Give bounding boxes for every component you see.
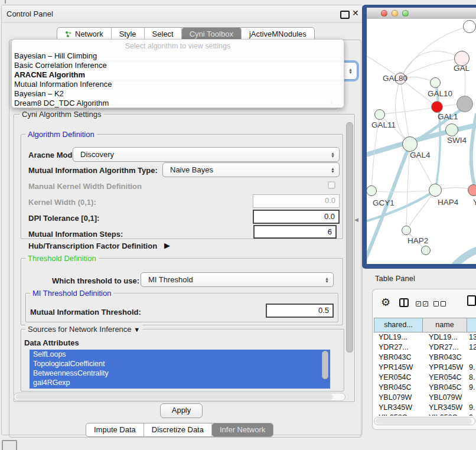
menu-item-bayesian-k2[interactable]: Bayesian – K2 <box>12 89 344 99</box>
table-row[interactable]: YBR045CYBR045C9. <box>374 383 476 393</box>
node-circle[interactable] <box>374 109 385 120</box>
aracne-mode-combobox[interactable]: Discovery ▲▼ <box>73 147 340 162</box>
file-icon[interactable] <box>467 295 476 306</box>
float-window-icon[interactable] <box>340 11 350 19</box>
apply-button[interactable]: Apply <box>160 403 203 418</box>
unchecked-box-icon <box>441 301 446 306</box>
data-attributes-list[interactable]: SelfLoops TopologicalCoefficient Between… <box>30 350 330 389</box>
node-circle[interactable] <box>430 77 441 88</box>
table-body[interactable]: YDL19...YDL19...13 YDR27...YDR27...12 YB… <box>374 332 476 416</box>
bottom-tab-bar: Impute Data Discretize Data Infer Networ… <box>86 423 273 437</box>
cell: YBL079W <box>374 393 423 403</box>
attribute-item-betweennesscentrality[interactable]: BetweennessCentrality <box>30 369 330 378</box>
menu-item-aracne[interactable]: ARACNE Algorithm <box>12 70 344 80</box>
table-row[interactable]: YBL079WYBL079W <box>374 393 476 403</box>
tab-network[interactable]: Network <box>57 28 112 40</box>
cell: 13 <box>467 332 476 343</box>
table-row[interactable]: YER054CYER054C8. <box>374 373 476 383</box>
mi-steps-field[interactable]: 6 <box>253 225 337 239</box>
cell: 8. <box>467 373 476 383</box>
collapse-down-icon[interactable]: ▼ <box>133 326 140 333</box>
menu-item-basic-correlation[interactable]: Basic Correlation Inference <box>12 61 344 70</box>
column-header-name[interactable]: name <box>423 318 467 332</box>
mi-threshold-field[interactable]: 0.5 <box>266 304 334 318</box>
tab-style[interactable]: Style <box>112 28 145 40</box>
table-row[interactable]: YLR345WYLR345W9. <box>374 403 476 413</box>
cell <box>467 353 476 363</box>
cell: 9. <box>467 383 476 393</box>
node-circle-gray[interactable] <box>457 96 473 112</box>
node-label-hap4: HAP4 <box>438 198 458 207</box>
column-header-shared-name[interactable]: shared... <box>374 318 423 332</box>
aracne-mode-value: Discovery <box>80 150 114 159</box>
node-circle[interactable] <box>429 184 442 197</box>
unchecked-box-icon <box>433 301 439 306</box>
tab-select[interactable]: Select <box>145 28 182 40</box>
tab-jactivemnodules[interactable]: jActiveMNodules <box>242 28 314 40</box>
table-row[interactable]: YPR145WYPR145W9. <box>374 363 476 373</box>
tab-discretize-data[interactable]: Discretize Data <box>144 423 212 436</box>
kernel-width-field[interactable]: 0.0 <box>253 194 340 208</box>
settings-group-title: Cyni Algorithm Settings <box>19 110 103 119</box>
tab-impute-data[interactable]: Impute Data <box>86 423 144 436</box>
manual-kernel-checkbox[interactable] <box>328 181 335 189</box>
settings-horizontal-scrollbar[interactable] <box>14 393 345 401</box>
table-row[interactable]: YDR27...YDR27...12 <box>374 343 476 353</box>
which-threshold-combobox[interactable]: MI Threshold ▲▼ <box>141 272 334 287</box>
table-header-row: shared... name <box>374 318 476 332</box>
close-panel-icon[interactable]: ✕ <box>352 8 359 18</box>
node-circle-salmon[interactable] <box>468 184 476 196</box>
tab-label: Impute Data <box>94 423 136 436</box>
minimize-traffic-light-icon[interactable] <box>392 10 398 17</box>
node-circle-red[interactable] <box>431 101 443 113</box>
control-panel-title: Control Panel <box>6 9 53 18</box>
cell: YIL052C <box>374 413 423 416</box>
cell: YLR345W <box>374 403 423 413</box>
menu-item-mutual-information[interactable]: Mutual Information Inference <box>12 80 344 89</box>
table-row[interactable]: YDL19...YDL19...13 <box>374 332 476 343</box>
dpi-tolerance-label: DPI Tolerance [0,1]: <box>28 214 99 223</box>
sources-group-title: Sources for Network Inference ▼ <box>25 325 142 334</box>
settings-vertical-scrollbar[interactable] <box>346 122 353 353</box>
attribute-item-gal4rgexp[interactable]: gal4RGexp <box>30 378 330 387</box>
attribute-item-topologicalcoefficient[interactable]: TopologicalCoefficient <box>30 359 330 369</box>
node-circle[interactable] <box>402 136 418 152</box>
zoom-traffic-light-icon[interactable] <box>402 10 409 17</box>
network-window-titlebar[interactable] <box>367 8 476 19</box>
network-canvas[interactable]: GAL GAL80 GAL10 GAL1 GAL11 SWI4 GAL4 GCY… <box>367 19 476 264</box>
expand-right-icon[interactable]: ▶ <box>164 241 170 250</box>
tab-cyni-toolbox[interactable]: Cyni Toolbox <box>182 28 242 40</box>
bottom-left-widget[interactable] <box>2 440 17 450</box>
node-label-gal4: GAL4 <box>410 151 431 159</box>
node-label-gal11: GAL11 <box>371 120 396 129</box>
panel-splitter-arrow[interactable]: ◀ <box>354 217 358 223</box>
node-circle[interactable] <box>402 226 411 235</box>
cell: YLR345W <box>423 403 467 413</box>
menu-item-dream8[interactable]: Dream8 DC_TDC Algorithm <box>12 99 344 108</box>
mi-type-combobox[interactable]: Naive Bayes ▲▼ <box>162 162 340 177</box>
cell: YBL079W <box>423 393 467 403</box>
node-label-swi4: SWI4 <box>447 136 467 145</box>
gear-icon[interactable]: ⚙ <box>381 296 390 309</box>
cell: 12 <box>467 343 476 353</box>
node-circle[interactable] <box>463 20 476 33</box>
attribute-item-selfloops[interactable]: SelfLoops <box>30 350 330 359</box>
node-circle[interactable] <box>445 123 458 136</box>
table-panel-title: Table Panel <box>375 274 415 283</box>
table-row[interactable]: YIL052CYIL052C9 <box>374 413 476 416</box>
close-traffic-light-icon[interactable] <box>381 10 387 17</box>
deselect-all-columns-icon[interactable] <box>433 301 446 306</box>
algorithm-dropdown-menu: Select algorithm to view settings Bayesi… <box>11 39 344 108</box>
select-all-columns-icon[interactable]: ✓ ✓ <box>416 301 428 306</box>
attributes-list-scrollbar[interactable] <box>322 351 328 379</box>
algorithm-definition-title: Algorithm Definition <box>25 130 97 139</box>
menu-item-bayesian-hill-climbing[interactable]: Bayesian – Hill Climbing <box>12 51 344 61</box>
tab-infer-network[interactable]: Infer Network <box>212 423 273 436</box>
column-header-cut[interactable] <box>467 318 476 332</box>
table-row[interactable]: YBR043CYBR043C <box>374 353 476 363</box>
table-horizontal-scrollbar[interactable] <box>374 417 475 425</box>
columns-icon[interactable] <box>399 298 409 307</box>
dpi-tolerance-field[interactable]: 0.0 <box>253 210 340 224</box>
node-circle[interactable] <box>421 246 431 255</box>
control-panel-window: Control Panel ✕ Network Style Select Cyn… <box>1 5 363 435</box>
